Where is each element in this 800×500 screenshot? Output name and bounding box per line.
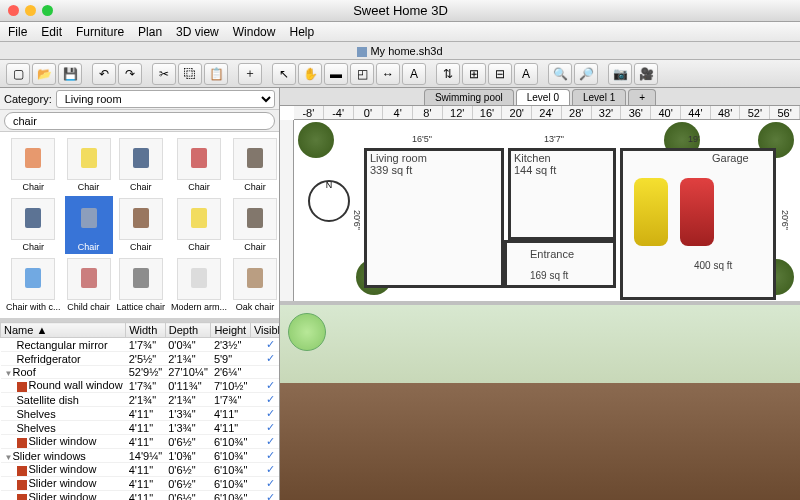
close-button[interactable]: [8, 5, 19, 16]
join-button[interactable]: ⊞: [462, 63, 486, 85]
list-row[interactable]: Slider window4'11"0'6½"6'10¾"✓: [1, 477, 280, 491]
list-row[interactable]: Satellite dish2'1¾"2'1¾"1'7¾"✓: [1, 393, 280, 407]
category-label: Category:: [4, 93, 52, 105]
select-button[interactable]: ↖: [272, 63, 296, 85]
video-button[interactable]: 🎥: [634, 63, 658, 85]
column-header[interactable]: Visible: [250, 323, 279, 338]
catalog-item[interactable]: Chair: [169, 136, 229, 194]
camera-button[interactable]: 📷: [608, 63, 632, 85]
split-button[interactable]: ⊟: [488, 63, 512, 85]
room-label: 169 sq ft: [530, 270, 568, 281]
menu-furniture[interactable]: Furniture: [76, 25, 124, 39]
zoom-out-button[interactable]: 🔎: [574, 63, 598, 85]
column-header[interactable]: Name ▲: [1, 323, 126, 338]
undo-button[interactable]: ↶: [92, 63, 116, 85]
list-row[interactable]: ▼Slider windows14'9¼"1'0⅜"6'10¾"✓: [1, 449, 280, 463]
catalog-item[interactable]: Chair: [115, 196, 168, 254]
catalog-item[interactable]: Chair: [65, 196, 113, 254]
list-row[interactable]: Shelves4'11"1'3¾"4'11"✓: [1, 407, 280, 421]
catalog-item[interactable]: Chair: [169, 196, 229, 254]
dimension: 13'7": [544, 134, 564, 144]
text2-button[interactable]: A: [514, 63, 538, 85]
level-tab[interactable]: Swimming pool: [424, 89, 514, 105]
dimension: 16'5": [412, 134, 432, 144]
dimension: 20'6": [352, 210, 362, 230]
3d-view[interactable]: [280, 301, 800, 500]
list-row[interactable]: ▼Roof52'9½"27'10¼"2'6¼": [1, 366, 280, 379]
list-row[interactable]: Round wall window1'7¾"0'11¾"7'10½"✓: [1, 379, 280, 393]
catalog-item[interactable]: Chair: [4, 136, 63, 194]
list-row[interactable]: Refridgerator2'5½"2'1¾"5'9"✓: [1, 352, 280, 366]
dimension: 20'6": [780, 210, 790, 230]
wall-button[interactable]: ▬: [324, 63, 348, 85]
document-title: My home.sh3d: [0, 42, 800, 60]
catalog-item[interactable]: Oak chair: [231, 256, 279, 314]
catalog-item[interactable]: Lattice chair: [115, 256, 168, 314]
catalog-item[interactable]: Chair: [4, 196, 63, 254]
toolbar: ▢📂💾↶↷✂⿻📋＋↖✋▬◰↔A⇅⊞⊟A🔍🔎📷🎥: [0, 60, 800, 88]
lock-button[interactable]: ⇅: [436, 63, 460, 85]
level-tab[interactable]: +: [628, 89, 656, 105]
list-row[interactable]: Slider window4'11"0'6½"6'10¾"✓: [1, 491, 280, 501]
furniture-catalog[interactable]: ChairChairChairChairChairChairChairChair…: [0, 132, 279, 318]
room-button[interactable]: ◰: [350, 63, 374, 85]
menu-edit[interactable]: Edit: [41, 25, 62, 39]
list-row[interactable]: Shelves4'11"1'3¾"4'11"✓: [1, 421, 280, 435]
furniture-list[interactable]: Name ▲WidthDepthHeightVisibleRectangular…: [0, 322, 279, 500]
catalog-item[interactable]: Chair: [231, 196, 279, 254]
menu-plan[interactable]: Plan: [138, 25, 162, 39]
car-yellow[interactable]: [634, 178, 668, 246]
room-label: Living room339 sq ft: [370, 152, 427, 176]
3d-nav-control[interactable]: [288, 313, 326, 351]
menubar: FileEditFurniturePlan3D viewWindowHelp: [0, 22, 800, 42]
zoom-button[interactable]: [42, 5, 53, 16]
plant[interactable]: [298, 122, 334, 158]
app-title: Sweet Home 3D: [61, 3, 740, 18]
add-button[interactable]: ＋: [238, 63, 262, 85]
cut-button[interactable]: ✂: [152, 63, 176, 85]
room-label: Entrance: [530, 248, 574, 260]
menu-file[interactable]: File: [8, 25, 27, 39]
menu-3dview[interactable]: 3D view: [176, 25, 219, 39]
list-row[interactable]: Rectangular mirror1'7¾"0'0¾"2'3½"✓: [1, 338, 280, 352]
catalog-item[interactable]: Modern arm...: [169, 256, 229, 314]
list-row[interactable]: Slider window4'11"0'6½"6'10¾"✓: [1, 435, 280, 449]
dim-button[interactable]: ↔: [376, 63, 400, 85]
redo-button[interactable]: ↷: [118, 63, 142, 85]
catalog-item[interactable]: Chair: [65, 136, 113, 194]
compass[interactable]: [308, 180, 350, 222]
catalog-item[interactable]: Chair: [115, 136, 168, 194]
paste-button[interactable]: 📋: [204, 63, 228, 85]
new-button[interactable]: ▢: [6, 63, 30, 85]
window-controls: [0, 5, 61, 16]
copy-button[interactable]: ⿻: [178, 63, 202, 85]
room-label: 400 sq ft: [694, 260, 732, 271]
column-header[interactable]: Height: [211, 323, 251, 338]
car-red[interactable]: [680, 178, 714, 246]
menu-window[interactable]: Window: [233, 25, 276, 39]
level-tabs: Swimming poolLevel 0Level 1+: [280, 88, 800, 106]
titlebar: Sweet Home 3D: [0, 0, 800, 22]
level-tab[interactable]: Level 0: [516, 89, 570, 105]
minimize-button[interactable]: [25, 5, 36, 16]
catalog-item[interactable]: Chair: [231, 136, 279, 194]
category-select[interactable]: Living room: [56, 90, 275, 108]
dimension: 19': [688, 134, 700, 144]
menu-help[interactable]: Help: [289, 25, 314, 39]
plan-view[interactable]: -8'-4'0'4'8'12'16'20'24'28'32'36'40'44'4…: [280, 106, 800, 301]
catalog-item[interactable]: Child chair: [65, 256, 113, 314]
column-header[interactable]: Depth: [165, 323, 211, 338]
open-button[interactable]: 📂: [32, 63, 56, 85]
zoom-in-button[interactable]: 🔍: [548, 63, 572, 85]
catalog-item[interactable]: Chair with c...: [4, 256, 63, 314]
level-tab[interactable]: Level 1: [572, 89, 626, 105]
column-header[interactable]: Width: [126, 323, 166, 338]
search-input[interactable]: [4, 112, 275, 130]
list-row[interactable]: Slider window4'11"0'6½"6'10¾"✓: [1, 463, 280, 477]
room-label: Garage: [712, 152, 749, 164]
text-button[interactable]: A: [402, 63, 426, 85]
save-button[interactable]: 💾: [58, 63, 82, 85]
pan-button[interactable]: ✋: [298, 63, 322, 85]
category-bar: Category: Living room: [0, 88, 279, 110]
ruler-horizontal: -8'-4'0'4'8'12'16'20'24'28'32'36'40'44'4…: [294, 106, 800, 120]
